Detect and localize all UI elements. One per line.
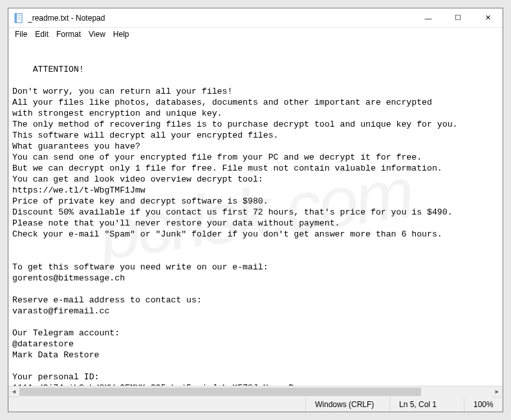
status-zoom: 100% [464, 397, 503, 412]
statusbar: Windows (CRLF) Ln 5, Col 1 100% [8, 397, 503, 412]
text-area[interactable]: pcrisk.com ATTENTION! Don't worry, you c… [8, 41, 503, 386]
scroll-left-arrow-icon[interactable]: ◄ [8, 386, 19, 397]
scroll-track[interactable] [19, 386, 492, 397]
menu-help[interactable]: Help [109, 29, 133, 39]
svg-rect-1 [15, 14, 17, 23]
close-button[interactable]: ✕ [473, 8, 503, 27]
menu-edit[interactable]: Edit [31, 29, 52, 39]
menu-file[interactable]: File [11, 29, 31, 39]
status-position: Ln 5, Col 1 [389, 397, 464, 412]
notepad-window: _readme.txt - Notepad — ☐ ✕ File Edit Fo… [8, 8, 503, 412]
scroll-thumb[interactable] [19, 388, 421, 396]
menubar: File Edit Format View Help [8, 28, 503, 41]
document-text: ATTENTION! Don't worry, you can return a… [12, 65, 458, 386]
titlebar[interactable]: _readme.txt - Notepad — ☐ ✕ [8, 8, 503, 28]
notepad-icon [14, 13, 24, 23]
horizontal-scrollbar[interactable]: ◄ ► [8, 386, 503, 397]
minimize-button[interactable]: — [413, 8, 443, 27]
window-controls: — ☐ ✕ [413, 8, 503, 27]
menu-format[interactable]: Format [52, 29, 85, 39]
status-encoding: Windows (CRLF) [305, 397, 389, 412]
scroll-right-arrow-icon[interactable]: ► [492, 386, 503, 397]
window-title: _readme.txt - Notepad [28, 14, 413, 23]
menu-view[interactable]: View [85, 29, 109, 39]
maximize-button[interactable]: ☐ [443, 8, 473, 27]
